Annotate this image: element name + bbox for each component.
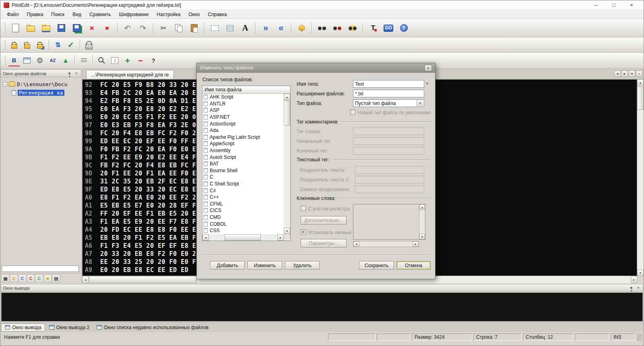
bottom-tab-output2[interactable]: Окно вывода 2 bbox=[46, 323, 93, 332]
scroll-left-button[interactable]: ◄ bbox=[202, 234, 209, 241]
list-scroll-thumb[interactable] bbox=[284, 101, 290, 126]
keywords-listbox[interactable]: ▲ ▼ bbox=[353, 204, 425, 240]
menu-compare[interactable]: Сравнить bbox=[85, 10, 115, 19]
alerts-button[interactable] bbox=[294, 21, 309, 35]
find-replace-button[interactable] bbox=[330, 21, 345, 35]
tab-scroll-right-button[interactable]: ► bbox=[621, 70, 628, 77]
file-type-item[interactable]: AHK Script bbox=[202, 94, 284, 101]
save-button[interactable]: Сохранить bbox=[359, 261, 394, 270]
open-file-button[interactable] bbox=[23, 21, 38, 35]
extensions-input[interactable]: *.txt bbox=[353, 90, 424, 97]
open-remote-file-button[interactable] bbox=[39, 21, 53, 35]
file-type-item[interactable]: Ada bbox=[202, 127, 284, 134]
context-help-button[interactable]: ? bbox=[147, 55, 159, 67]
edit-multiline-button[interactable] bbox=[223, 21, 237, 35]
file-type-item[interactable]: CMD bbox=[202, 214, 284, 221]
scroll-up-button[interactable]: ▲ bbox=[284, 94, 290, 100]
file-type-item[interactable]: CICS bbox=[202, 207, 284, 214]
menu-help[interactable]: Справка bbox=[204, 10, 231, 19]
configuration-button[interactable]: ⚙ bbox=[34, 55, 46, 67]
collapse-all-button[interactable]: − bbox=[134, 55, 147, 67]
column-select-button[interactable] bbox=[207, 21, 222, 35]
tab-close-button[interactable]: × bbox=[636, 70, 642, 77]
scroll-down-button[interactable]: ▼ bbox=[419, 234, 425, 239]
file-type-item[interactable]: C# bbox=[202, 187, 284, 194]
unlock-file-button[interactable] bbox=[21, 39, 33, 51]
menu-window[interactable]: Окно bbox=[184, 10, 204, 19]
file-type-item[interactable]: COBOL bbox=[202, 220, 284, 227]
list-vertical-scrollbar[interactable]: ▲ ▼ bbox=[284, 94, 290, 234]
redo-button[interactable]: ↷ bbox=[136, 21, 150, 35]
default-type-checkbox[interactable] bbox=[350, 109, 355, 115]
scroll-left-button[interactable]: ◄ bbox=[82, 276, 89, 283]
tree-item-root-folder[interactable]: −D:\Lenouser\Docu bbox=[1, 80, 81, 89]
goto-line-button[interactable]: GO bbox=[381, 21, 396, 35]
case-sensitive-checkbox[interactable] bbox=[301, 206, 306, 211]
horizontal-scroll-thumb[interactable] bbox=[89, 276, 197, 283]
tab-scroll-left-button[interactable]: ◄ bbox=[614, 70, 621, 77]
document-tab[interactable]: ...\Регенерация картриджей для ге bbox=[86, 70, 174, 79]
bottom-tab-recent-files[interactable]: Окно списка недавно использованных файло… bbox=[93, 323, 212, 332]
tool-c-yellow-button[interactable]: C bbox=[10, 275, 18, 282]
keywords-horizontal-scrollbar[interactable]: ◄ ► bbox=[353, 241, 419, 247]
file-type-item[interactable]: Assembly bbox=[202, 147, 284, 154]
menu-search[interactable]: Поиск bbox=[47, 10, 68, 19]
close-all-files-button[interactable]: ×× bbox=[100, 21, 114, 35]
next-difference-button[interactable]: » bbox=[258, 21, 273, 35]
expand-all-button[interactable]: + bbox=[122, 55, 134, 67]
edit-button[interactable]: Изменить bbox=[248, 261, 282, 270]
find-in-files-button[interactable] bbox=[345, 21, 360, 35]
dialog-close-button[interactable]: × bbox=[425, 65, 432, 71]
cut-button[interactable]: ✂ bbox=[156, 21, 171, 35]
vertical-scroll-thumb[interactable] bbox=[637, 86, 644, 110]
editor-vertical-scrollbar[interactable]: ▲ ▼ bbox=[637, 79, 644, 276]
file-type-item[interactable]: ASP bbox=[202, 107, 284, 114]
toolbar-drag-handle[interactable] bbox=[4, 56, 5, 65]
personal-settings-checkbox[interactable] bbox=[301, 229, 306, 235]
cancel-button[interactable]: Отмена bbox=[396, 261, 431, 270]
tab-list-button[interactable]: ▼ bbox=[629, 70, 635, 77]
keywords-vertical-scrollbar[interactable]: ▲ ▼ bbox=[419, 204, 425, 239]
scroll-up-button[interactable]: ▲ bbox=[637, 79, 644, 86]
undo-button[interactable]: ↶ bbox=[120, 21, 135, 35]
lock-file-button[interactable] bbox=[8, 39, 20, 51]
transfer-file-button[interactable]: ⇅ bbox=[52, 39, 64, 51]
tree-expander-icon[interactable]: − bbox=[3, 82, 7, 86]
resize-grip[interactable] bbox=[637, 334, 642, 341]
help-button[interactable]: ? bbox=[396, 21, 411, 35]
fit-window-button[interactable]: ↕ bbox=[109, 55, 121, 67]
delete-button[interactable]: Удалить bbox=[285, 261, 320, 270]
file-type-item[interactable]: ASP.NET bbox=[202, 114, 284, 121]
scroll-up-button[interactable]: ▲ bbox=[419, 204, 425, 210]
encrypt-decrypt-button[interactable] bbox=[83, 39, 95, 51]
file-type-list-header[interactable]: Имя типа файла bbox=[202, 86, 290, 94]
pin-icon[interactable] bbox=[630, 287, 632, 289]
titlebar[interactable]: PilotEdit - [D:\Lenouser\Documents\Реген… bbox=[0, 0, 644, 10]
tree-item-current-file[interactable]: Регенерация ка bbox=[1, 89, 81, 97]
outline-view-button[interactable] bbox=[78, 55, 90, 67]
scroll-down-button[interactable]: ▼ bbox=[284, 228, 290, 234]
file-type-item[interactable]: AutoIt Script bbox=[202, 154, 284, 161]
panel-close-button[interactable]: × bbox=[74, 71, 79, 76]
save-all-button[interactable] bbox=[69, 21, 84, 35]
new-file-button[interactable] bbox=[8, 21, 23, 35]
copy-button[interactable] bbox=[171, 21, 186, 35]
maximize-button[interactable]: □ bbox=[605, 1, 623, 10]
parameters-button[interactable]: Параметры... bbox=[301, 239, 347, 247]
zoom-button[interactable] bbox=[96, 55, 108, 67]
dialog-titlebar[interactable]: Изменить типы файлов × bbox=[197, 63, 435, 73]
file-type-item[interactable]: ANTLR bbox=[202, 101, 284, 107]
toolbar-drag-handle[interactable] bbox=[4, 40, 5, 49]
menu-encryption[interactable]: Шифрование bbox=[115, 10, 153, 19]
add-button[interactable]: Добавить bbox=[210, 261, 245, 270]
menu-settings[interactable]: Настройка bbox=[153, 10, 184, 19]
move-up-button[interactable]: ▲ bbox=[60, 55, 72, 67]
menu-file[interactable]: Файл bbox=[3, 10, 23, 19]
verify-file-button[interactable]: ✓ bbox=[65, 39, 77, 51]
file-type-item[interactable]: C bbox=[202, 174, 284, 181]
scroll-right-button[interactable]: ► bbox=[631, 276, 637, 283]
scroll-right-button[interactable]: ► bbox=[413, 241, 419, 247]
file-type-item[interactable]: C++ bbox=[202, 194, 284, 201]
panel-close-button[interactable]: × bbox=[636, 285, 641, 291]
file-type-item[interactable]: BAT bbox=[202, 161, 284, 167]
